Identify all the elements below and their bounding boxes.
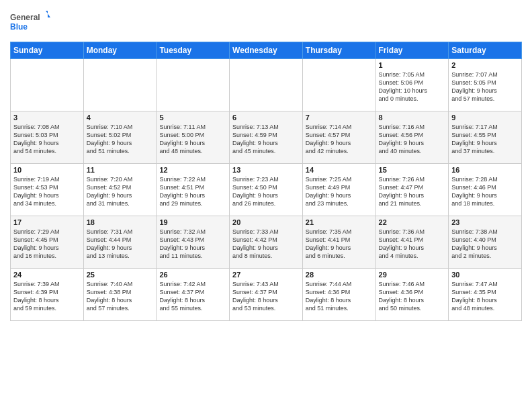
calendar-week-row: 24Sunrise: 7:39 AM Sunset: 4:39 PM Dayli… bbox=[11, 269, 522, 321]
day-of-week-header: Monday bbox=[83, 42, 157, 59]
day-number: 15 bbox=[379, 166, 446, 174]
cell-info: Sunrise: 7:46 AM Sunset: 4:36 PM Dayligh… bbox=[379, 280, 446, 313]
day-number: 6 bbox=[232, 113, 300, 122]
calendar-cell: 27Sunrise: 7:43 AM Sunset: 4:37 PM Dayli… bbox=[230, 269, 303, 321]
day-number: 30 bbox=[451, 271, 519, 279]
svg-marker-2 bbox=[46, 11, 50, 17]
cell-info: Sunrise: 7:14 AM Sunset: 4:57 PM Dayligh… bbox=[306, 123, 373, 156]
calendar-body: 1Sunrise: 7:05 AM Sunset: 5:06 PM Daylig… bbox=[11, 59, 522, 321]
calendar-cell: 29Sunrise: 7:46 AM Sunset: 4:36 PM Dayli… bbox=[375, 269, 449, 321]
day-number: 21 bbox=[306, 218, 373, 226]
cell-info: Sunrise: 7:13 AM Sunset: 4:59 PM Dayligh… bbox=[232, 123, 300, 156]
calendar-cell: 18Sunrise: 7:31 AM Sunset: 4:44 PM Dayli… bbox=[83, 216, 157, 269]
calendar-cell bbox=[83, 59, 157, 111]
calendar-cell: 28Sunrise: 7:44 AM Sunset: 4:36 PM Dayli… bbox=[302, 269, 375, 321]
day-number: 7 bbox=[306, 113, 373, 122]
calendar-cell: 12Sunrise: 7:22 AM Sunset: 4:51 PM Dayli… bbox=[157, 164, 230, 216]
calendar-cell: 8Sunrise: 7:16 AM Sunset: 4:56 PM Daylig… bbox=[375, 111, 449, 164]
calendar-cell: 22Sunrise: 7:36 AM Sunset: 4:41 PM Dayli… bbox=[375, 216, 449, 269]
calendar-cell: 23Sunrise: 7:38 AM Sunset: 4:40 PM Dayli… bbox=[449, 216, 522, 269]
day-number: 18 bbox=[87, 218, 154, 226]
cell-info: Sunrise: 7:43 AM Sunset: 4:37 PM Dayligh… bbox=[232, 280, 300, 313]
cell-info: Sunrise: 7:36 AM Sunset: 4:41 PM Dayligh… bbox=[379, 228, 446, 261]
calendar-cell: 15Sunrise: 7:26 AM Sunset: 4:47 PM Dayli… bbox=[375, 164, 449, 216]
day-number: 23 bbox=[451, 218, 519, 226]
calendar-cell: 10Sunrise: 7:19 AM Sunset: 4:53 PM Dayli… bbox=[11, 164, 84, 216]
calendar-cell: 11Sunrise: 7:20 AM Sunset: 4:52 PM Dayli… bbox=[83, 164, 157, 216]
day-number: 17 bbox=[13, 218, 81, 226]
cell-info: Sunrise: 7:26 AM Sunset: 4:47 PM Dayligh… bbox=[379, 175, 446, 208]
calendar-cell bbox=[302, 59, 375, 111]
cell-info: Sunrise: 7:05 AM Sunset: 5:06 PM Dayligh… bbox=[379, 71, 446, 103]
calendar-week-row: 10Sunrise: 7:19 AM Sunset: 4:53 PM Dayli… bbox=[11, 164, 522, 216]
day-number: 13 bbox=[232, 166, 300, 174]
day-number: 29 bbox=[379, 271, 446, 279]
cell-info: Sunrise: 7:47 AM Sunset: 4:35 PM Dayligh… bbox=[451, 280, 519, 313]
calendar-cell bbox=[157, 59, 230, 111]
days-of-week-row: SundayMondayTuesdayWednesdayThursdayFrid… bbox=[11, 42, 522, 59]
svg-text:Blue: Blue bbox=[10, 22, 28, 32]
cell-info: Sunrise: 7:38 AM Sunset: 4:40 PM Dayligh… bbox=[451, 228, 519, 261]
cell-info: Sunrise: 7:35 AM Sunset: 4:41 PM Dayligh… bbox=[306, 228, 373, 261]
day-number: 26 bbox=[159, 271, 226, 279]
cell-info: Sunrise: 7:32 AM Sunset: 4:43 PM Dayligh… bbox=[159, 228, 226, 261]
day-number: 24 bbox=[13, 271, 81, 279]
day-of-week-header: Sunday bbox=[11, 42, 84, 59]
calendar-cell: 20Sunrise: 7:33 AM Sunset: 4:42 PM Dayli… bbox=[230, 216, 303, 269]
cell-info: Sunrise: 7:31 AM Sunset: 4:44 PM Dayligh… bbox=[87, 228, 154, 261]
day-of-week-header: Saturday bbox=[449, 42, 522, 59]
calendar-cell: 7Sunrise: 7:14 AM Sunset: 4:57 PM Daylig… bbox=[302, 111, 375, 164]
day-of-week-header: Wednesday bbox=[230, 42, 303, 59]
day-number: 16 bbox=[451, 166, 519, 174]
cell-info: Sunrise: 7:39 AM Sunset: 4:39 PM Dayligh… bbox=[13, 280, 81, 313]
calendar-cell: 21Sunrise: 7:35 AM Sunset: 4:41 PM Dayli… bbox=[302, 216, 375, 269]
cell-info: Sunrise: 7:28 AM Sunset: 4:46 PM Dayligh… bbox=[451, 175, 519, 208]
calendar-cell bbox=[230, 59, 303, 111]
calendar-cell: 17Sunrise: 7:29 AM Sunset: 4:45 PM Dayli… bbox=[11, 216, 84, 269]
day-number: 12 bbox=[159, 166, 226, 174]
calendar-cell: 24Sunrise: 7:39 AM Sunset: 4:39 PM Dayli… bbox=[11, 269, 84, 321]
calendar-week-row: 17Sunrise: 7:29 AM Sunset: 4:45 PM Dayli… bbox=[11, 216, 522, 269]
cell-info: Sunrise: 7:23 AM Sunset: 4:50 PM Dayligh… bbox=[232, 175, 300, 208]
cell-info: Sunrise: 7:22 AM Sunset: 4:51 PM Dayligh… bbox=[159, 175, 226, 208]
cell-info: Sunrise: 7:10 AM Sunset: 5:02 PM Dayligh… bbox=[87, 123, 154, 156]
cell-info: Sunrise: 7:16 AM Sunset: 4:56 PM Dayligh… bbox=[379, 123, 446, 156]
calendar-cell: 25Sunrise: 7:40 AM Sunset: 4:38 PM Dayli… bbox=[83, 269, 157, 321]
day-number: 22 bbox=[379, 218, 446, 226]
logo-svg: General Blue bbox=[10, 9, 50, 36]
cell-info: Sunrise: 7:29 AM Sunset: 4:45 PM Dayligh… bbox=[13, 228, 81, 261]
calendar-cell: 1Sunrise: 7:05 AM Sunset: 5:06 PM Daylig… bbox=[375, 59, 449, 111]
day-of-week-header: Friday bbox=[375, 42, 449, 59]
cell-info: Sunrise: 7:08 AM Sunset: 5:03 PM Dayligh… bbox=[13, 123, 81, 156]
cell-info: Sunrise: 7:19 AM Sunset: 4:53 PM Dayligh… bbox=[13, 175, 81, 208]
calendar-table: SundayMondayTuesdayWednesdayThursdayFrid… bbox=[10, 42, 522, 321]
cell-info: Sunrise: 7:20 AM Sunset: 4:52 PM Dayligh… bbox=[87, 175, 154, 208]
day-number: 2 bbox=[451, 61, 519, 69]
day-number: 14 bbox=[306, 166, 373, 174]
calendar-cell: 3Sunrise: 7:08 AM Sunset: 5:03 PM Daylig… bbox=[11, 111, 84, 164]
logo: General Blue bbox=[10, 7, 50, 36]
calendar-cell: 6Sunrise: 7:13 AM Sunset: 4:59 PM Daylig… bbox=[230, 111, 303, 164]
day-number: 8 bbox=[379, 113, 446, 122]
cell-info: Sunrise: 7:44 AM Sunset: 4:36 PM Dayligh… bbox=[306, 280, 373, 313]
calendar-cell: 13Sunrise: 7:23 AM Sunset: 4:50 PM Dayli… bbox=[230, 164, 303, 216]
cell-info: Sunrise: 7:07 AM Sunset: 5:05 PM Dayligh… bbox=[451, 71, 519, 103]
cell-info: Sunrise: 7:40 AM Sunset: 4:38 PM Dayligh… bbox=[87, 280, 154, 313]
day-of-week-header: Thursday bbox=[302, 42, 375, 59]
cell-info: Sunrise: 7:17 AM Sunset: 4:55 PM Dayligh… bbox=[451, 123, 519, 156]
calendar-cell: 2Sunrise: 7:07 AM Sunset: 5:05 PM Daylig… bbox=[449, 59, 522, 111]
day-number: 9 bbox=[451, 113, 519, 122]
day-number: 4 bbox=[87, 113, 154, 122]
calendar-cell: 14Sunrise: 7:25 AM Sunset: 4:49 PM Dayli… bbox=[302, 164, 375, 216]
calendar-cell: 16Sunrise: 7:28 AM Sunset: 4:46 PM Dayli… bbox=[449, 164, 522, 216]
calendar-cell: 9Sunrise: 7:17 AM Sunset: 4:55 PM Daylig… bbox=[449, 111, 522, 164]
calendar-week-row: 3Sunrise: 7:08 AM Sunset: 5:03 PM Daylig… bbox=[11, 111, 522, 164]
svg-text:General: General bbox=[10, 13, 40, 22]
day-number: 1 bbox=[379, 61, 446, 69]
calendar-cell: 4Sunrise: 7:10 AM Sunset: 5:02 PM Daylig… bbox=[83, 111, 157, 164]
cell-info: Sunrise: 7:11 AM Sunset: 5:00 PM Dayligh… bbox=[159, 123, 226, 156]
calendar-cell: 26Sunrise: 7:42 AM Sunset: 4:37 PM Dayli… bbox=[157, 269, 230, 321]
day-number: 3 bbox=[13, 113, 81, 122]
day-number: 11 bbox=[87, 166, 154, 174]
day-number: 19 bbox=[159, 218, 226, 226]
